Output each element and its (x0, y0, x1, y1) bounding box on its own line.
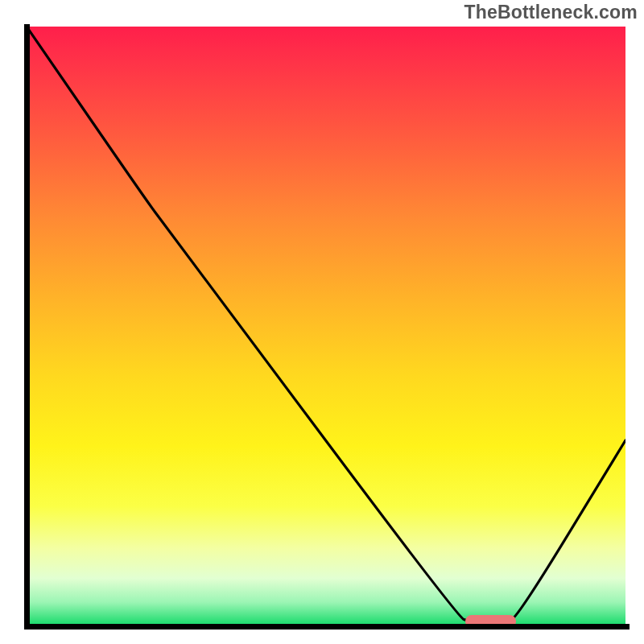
x-axis (24, 624, 630, 630)
plot-area (27, 27, 625, 626)
chart-container: TheBottleneck.com (0, 0, 644, 644)
watermark-text: TheBottleneck.com (464, 2, 638, 23)
y-axis (24, 24, 30, 630)
bottleneck-curve (27, 27, 625, 626)
